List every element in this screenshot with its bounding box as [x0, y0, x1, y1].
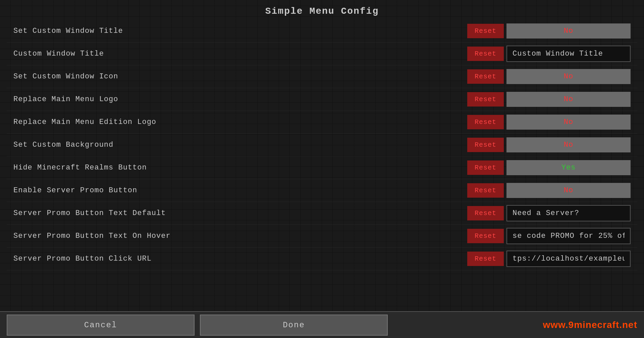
page-title: Simple Menu Config	[0, 0, 644, 20]
reset-button-enable-server-promo-button[interactable]: Reset	[467, 183, 504, 198]
value-replace-main-menu-logo[interactable]: No	[506, 92, 631, 107]
reset-button-set-custom-window-icon[interactable]: Reset	[467, 69, 504, 84]
bottom-buttons: Cancel Done	[7, 315, 543, 336]
label-server-promo-button-text-default: Server Promo Button Text Default	[13, 209, 467, 217]
label-custom-window-title: Custom Window Title	[13, 50, 467, 58]
value-replace-main-menu-edition-logo[interactable]: No	[506, 115, 631, 130]
value-custom-window-title[interactable]	[506, 46, 631, 62]
reset-button-server-promo-button-click-url[interactable]: Reset	[467, 252, 504, 266]
label-replace-main-menu-logo: Replace Main Menu Logo	[13, 95, 467, 104]
config-row-hide-minecraft-realms-button: Hide Minecraft Realms ButtonResetYes	[7, 156, 637, 179]
config-row-enable-server-promo-button: Enable Server Promo ButtonResetNo	[7, 179, 637, 202]
reset-button-set-custom-background[interactable]: Reset	[467, 138, 504, 152]
value-server-promo-button-click-url[interactable]	[506, 251, 631, 267]
label-replace-main-menu-edition-logo: Replace Main Menu Edition Logo	[13, 118, 467, 126]
value-server-promo-button-text-on-hover[interactable]	[506, 228, 631, 244]
label-hide-minecraft-realms-button: Hide Minecraft Realms Button	[13, 163, 467, 172]
config-row-server-promo-button-click-url: Server Promo Button Click URLReset	[7, 248, 637, 270]
label-set-custom-window-icon: Set Custom Window Icon	[13, 72, 467, 81]
config-row-server-promo-button-text-default: Server Promo Button Text DefaultReset	[7, 202, 637, 225]
value-server-promo-button-text-default[interactable]	[506, 205, 631, 221]
cancel-button[interactable]: Cancel	[7, 315, 195, 336]
config-list: Set Custom Window TitleResetNoCustom Win…	[0, 20, 644, 270]
label-set-custom-background: Set Custom Background	[13, 141, 467, 149]
value-set-custom-window-icon[interactable]: No	[506, 69, 631, 84]
config-row-server-promo-button-text-on-hover: Server Promo Button Text On HoverReset	[7, 225, 637, 248]
watermark: www.9minecraft.net	[543, 320, 637, 330]
label-enable-server-promo-button: Enable Server Promo Button	[13, 186, 467, 195]
value-set-custom-background[interactable]: No	[506, 137, 631, 152]
label-server-promo-button-click-url: Server Promo Button Click URL	[13, 255, 467, 263]
reset-button-server-promo-button-text-on-hover[interactable]: Reset	[467, 229, 504, 243]
value-hide-minecraft-realms-button[interactable]: Yes	[506, 160, 631, 175]
reset-button-custom-window-title[interactable]: Reset	[467, 47, 504, 61]
value-set-custom-window-title[interactable]: No	[506, 23, 631, 39]
reset-button-server-promo-button-text-default[interactable]: Reset	[467, 206, 504, 220]
config-row-custom-window-title: Custom Window TitleReset	[7, 43, 637, 65]
done-button[interactable]: Done	[200, 315, 388, 336]
config-row-set-custom-window-icon: Set Custom Window IconResetNo	[7, 65, 637, 88]
config-row-set-custom-window-title: Set Custom Window TitleResetNo	[7, 20, 637, 43]
reset-button-hide-minecraft-realms-button[interactable]: Reset	[467, 160, 504, 175]
value-enable-server-promo-button[interactable]: No	[506, 183, 631, 198]
reset-button-replace-main-menu-edition-logo[interactable]: Reset	[467, 115, 504, 129]
reset-button-set-custom-window-title[interactable]: Reset	[467, 24, 504, 38]
bottom-bar: Cancel Done www.9minecraft.net	[0, 311, 644, 338]
config-row-replace-main-menu-logo: Replace Main Menu LogoResetNo	[7, 88, 637, 111]
label-set-custom-window-title: Set Custom Window Title	[13, 27, 467, 35]
config-row-set-custom-background: Set Custom BackgroundResetNo	[7, 134, 637, 156]
config-row-replace-main-menu-edition-logo: Replace Main Menu Edition LogoResetNo	[7, 111, 637, 134]
reset-button-replace-main-menu-logo[interactable]: Reset	[467, 92, 504, 107]
label-server-promo-button-text-on-hover: Server Promo Button Text On Hover	[13, 232, 467, 240]
